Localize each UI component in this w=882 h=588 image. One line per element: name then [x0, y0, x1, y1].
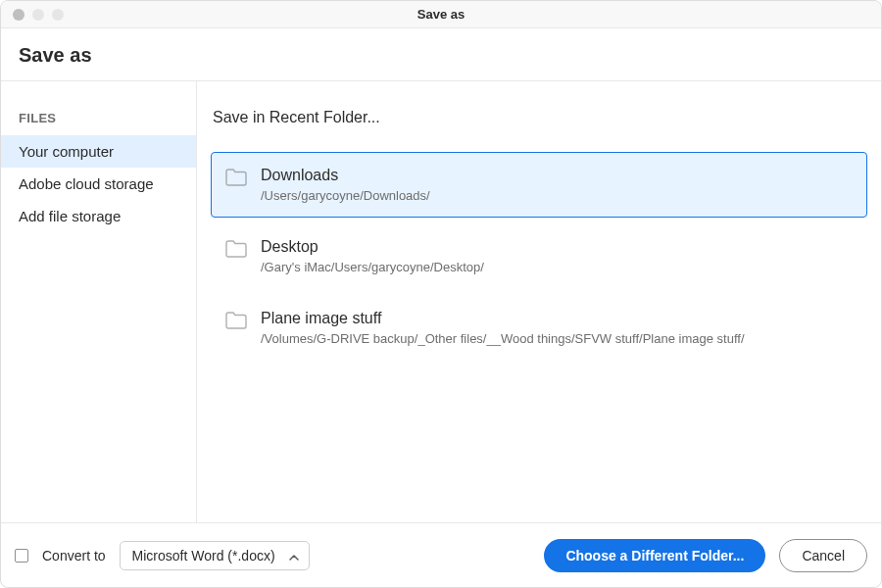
choose-different-folder-button[interactable]: Choose a Different Folder... [544, 539, 765, 572]
close-icon[interactable] [13, 9, 24, 21]
sidebar-item-your-computer[interactable]: Your computer [1, 135, 196, 168]
titlebar: Save as [1, 1, 881, 28]
sidebar-item-label: Adobe cloud storage [19, 175, 154, 192]
folder-text: Downloads /Users/garycoyne/Downloads/ [261, 167, 853, 203]
cancel-button[interactable]: Cancel [779, 539, 867, 572]
sidebar: FILES Your computer Adobe cloud storage … [1, 81, 197, 522]
folder-icon [225, 169, 247, 186]
sidebar-item-adobe-cloud-storage[interactable]: Adobe cloud storage [1, 168, 196, 200]
sidebar-heading: FILES [1, 105, 196, 135]
folder-icon [225, 240, 247, 258]
convert-label: Convert to [42, 548, 106, 564]
folder-path: /Volumes/G-DRIVE backup/_Other files/__W… [261, 331, 853, 346]
window-title: Save as [1, 7, 881, 22]
folder-item-downloads[interactable]: Downloads /Users/garycoyne/Downloads/ [211, 152, 867, 218]
maximize-icon[interactable] [52, 9, 64, 21]
folder-text: Desktop /Gary's iMac/Users/garycoyne/Des… [261, 238, 853, 274]
folder-text: Plane image stuff /Volumes/G-DRIVE backu… [261, 310, 853, 346]
folder-icon [225, 312, 247, 329]
convert-checkbox[interactable] [15, 549, 28, 563]
header: Save as [1, 28, 881, 81]
sidebar-item-label: Your computer [19, 143, 114, 160]
folder-path: /Users/garycoyne/Downloads/ [261, 188, 853, 203]
body: FILES Your computer Adobe cloud storage … [1, 81, 881, 522]
window-controls [1, 9, 64, 21]
minimize-icon[interactable] [32, 9, 44, 21]
format-dropdown[interactable]: Microsoft Word (*.docx) [120, 541, 310, 570]
folder-name: Desktop [261, 238, 853, 256]
folder-name: Downloads [261, 167, 853, 184]
main-heading: Save in Recent Folder... [211, 109, 867, 126]
folder-item-plane-image-stuff[interactable]: Plane image stuff /Volumes/G-DRIVE backu… [211, 295, 867, 361]
main: Save in Recent Folder... Downloads /User… [197, 81, 881, 522]
format-selected: Microsoft Word (*.docx) [132, 548, 275, 564]
folder-name: Plane image stuff [261, 310, 853, 327]
page-title: Save as [19, 44, 863, 67]
chevron-up-icon [289, 548, 299, 564]
sidebar-item-label: Add file storage [19, 208, 121, 224]
folder-item-desktop[interactable]: Desktop /Gary's iMac/Users/garycoyne/Des… [211, 223, 867, 289]
sidebar-item-add-file-storage[interactable]: Add file storage [1, 200, 196, 232]
folder-path: /Gary's iMac/Users/garycoyne/Desktop/ [261, 260, 853, 274]
footer: Convert to Microsoft Word (*.docx) Choos… [1, 522, 881, 587]
